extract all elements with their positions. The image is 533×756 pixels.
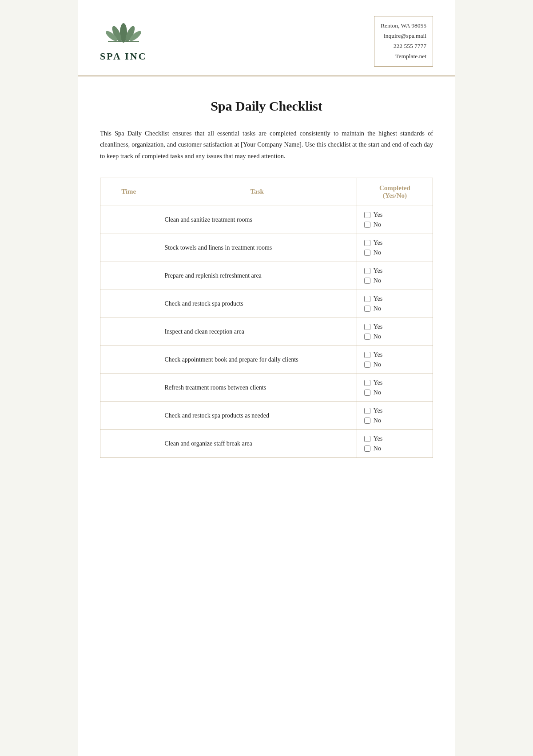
cell-completed[interactable]: YesNo (357, 402, 433, 430)
cell-time (100, 234, 157, 262)
radio-group: YesNo (364, 323, 426, 340)
cell-completed[interactable]: YesNo (357, 374, 433, 402)
radio-group: YesNo (364, 379, 426, 396)
cell-task: Check and restock spa products (157, 290, 357, 318)
no-option[interactable]: No (364, 305, 426, 312)
table-row: Prepare and replenish refreshment areaYe… (100, 262, 433, 290)
header-completed: Completed (Yes/No) (357, 178, 433, 206)
company-name: SPA INC (100, 51, 147, 62)
table-row: Check and restock spa productsYesNo (100, 290, 433, 318)
cell-completed[interactable]: YesNo (357, 262, 433, 290)
table-row: Clean and sanitize treatment roomsYesNo (100, 206, 433, 234)
cell-time (100, 346, 157, 374)
yes-option[interactable]: Yes (364, 211, 426, 219)
cell-completed[interactable]: YesNo (357, 318, 433, 346)
table-row: Check appointment book and prepare for d… (100, 346, 433, 374)
cell-time (100, 374, 157, 402)
table-row: Inspect and clean reception areaYesNo (100, 318, 433, 346)
contact-website: Template.net (381, 52, 426, 62)
radio-group: YesNo (364, 351, 426, 368)
no-option[interactable]: No (364, 445, 426, 452)
no-checkbox[interactable] (364, 250, 370, 256)
table-row: Clean and organize staff break areaYesNo (100, 430, 433, 458)
no-checkbox[interactable] (364, 222, 370, 228)
main-content: Spa Daily Checklist This Spa Daily Check… (78, 76, 455, 476)
cell-task: Stock towels and linens in treatment roo… (157, 234, 357, 262)
no-checkbox[interactable] (364, 278, 370, 284)
table-row: Stock towels and linens in treatment roo… (100, 234, 433, 262)
no-option[interactable]: No (364, 249, 426, 256)
no-checkbox[interactable] (364, 418, 370, 424)
yes-checkbox[interactable] (364, 436, 370, 442)
yes-checkbox[interactable] (364, 212, 370, 218)
cell-completed[interactable]: YesNo (357, 290, 433, 318)
cell-task: Inspect and clean reception area (157, 318, 357, 346)
cell-time (100, 318, 157, 346)
cell-completed[interactable]: YesNo (357, 430, 433, 458)
yes-checkbox[interactable] (364, 296, 370, 302)
radio-group: YesNo (364, 239, 426, 256)
no-option[interactable]: No (364, 417, 426, 424)
table-row: Refresh treatment rooms between clientsY… (100, 374, 433, 402)
cell-task: Clean and sanitize treatment rooms (157, 206, 357, 234)
radio-group: YesNo (364, 407, 426, 424)
yes-checkbox[interactable] (364, 352, 370, 358)
yes-option[interactable]: Yes (364, 407, 426, 414)
lotus-icon (103, 16, 143, 47)
yes-option[interactable]: Yes (364, 267, 426, 275)
yes-option[interactable]: Yes (364, 351, 426, 358)
yes-checkbox[interactable] (364, 268, 370, 274)
radio-group: YesNo (364, 211, 426, 228)
yes-checkbox[interactable] (364, 380, 370, 386)
contact-address: Renton, WA 98055 (381, 21, 426, 31)
page: SPA INC Renton, WA 98055 inquire@spa.mai… (78, 0, 455, 756)
yes-option[interactable]: Yes (364, 379, 426, 386)
document-title: Spa Daily Checklist (100, 99, 433, 114)
yes-checkbox[interactable] (364, 408, 370, 414)
cell-completed[interactable]: YesNo (357, 234, 433, 262)
no-checkbox[interactable] (364, 390, 370, 396)
cell-time (100, 206, 157, 234)
yes-option[interactable]: Yes (364, 323, 426, 330)
cell-task: Check appointment book and prepare for d… (157, 346, 357, 374)
cell-task: Check and restock spa products as needed (157, 402, 357, 430)
cell-time (100, 430, 157, 458)
no-option[interactable]: No (364, 277, 426, 284)
radio-group: YesNo (364, 267, 426, 284)
yes-option[interactable]: Yes (364, 239, 426, 247)
contact-info: Renton, WA 98055 inquire@spa.mail 222 55… (374, 16, 433, 67)
header-task: Task (157, 178, 357, 206)
no-checkbox[interactable] (364, 306, 370, 312)
cell-completed[interactable]: YesNo (357, 206, 433, 234)
cell-time (100, 290, 157, 318)
radio-group: YesNo (364, 435, 426, 452)
header-time: Time (100, 178, 157, 206)
no-option[interactable]: No (364, 361, 426, 368)
logo-area: SPA INC (100, 16, 147, 62)
document-description: This Spa Daily Checklist ensures that al… (100, 128, 433, 162)
contact-phone: 222 555 7777 (381, 41, 426, 52)
no-option[interactable]: No (364, 221, 426, 228)
cell-task: Refresh treatment rooms between clients (157, 374, 357, 402)
no-option[interactable]: No (364, 389, 426, 396)
no-checkbox[interactable] (364, 446, 370, 452)
contact-email: inquire@spa.mail (381, 31, 426, 41)
radio-group: YesNo (364, 295, 426, 312)
cell-task: Prepare and replenish refreshment area (157, 262, 357, 290)
no-checkbox[interactable] (364, 334, 370, 340)
yes-checkbox[interactable] (364, 324, 370, 330)
cell-completed[interactable]: YesNo (357, 346, 433, 374)
header: SPA INC Renton, WA 98055 inquire@spa.mai… (78, 0, 455, 76)
cell-time (100, 402, 157, 430)
table-row: Check and restock spa products as needed… (100, 402, 433, 430)
cell-time (100, 262, 157, 290)
cell-task: Clean and organize staff break area (157, 430, 357, 458)
yes-checkbox[interactable] (364, 240, 370, 246)
yes-option[interactable]: Yes (364, 295, 426, 302)
checklist-table: Time Task Completed (Yes/No) Clean and s… (100, 178, 433, 458)
no-option[interactable]: No (364, 333, 426, 340)
yes-option[interactable]: Yes (364, 435, 426, 442)
no-checkbox[interactable] (364, 362, 370, 368)
